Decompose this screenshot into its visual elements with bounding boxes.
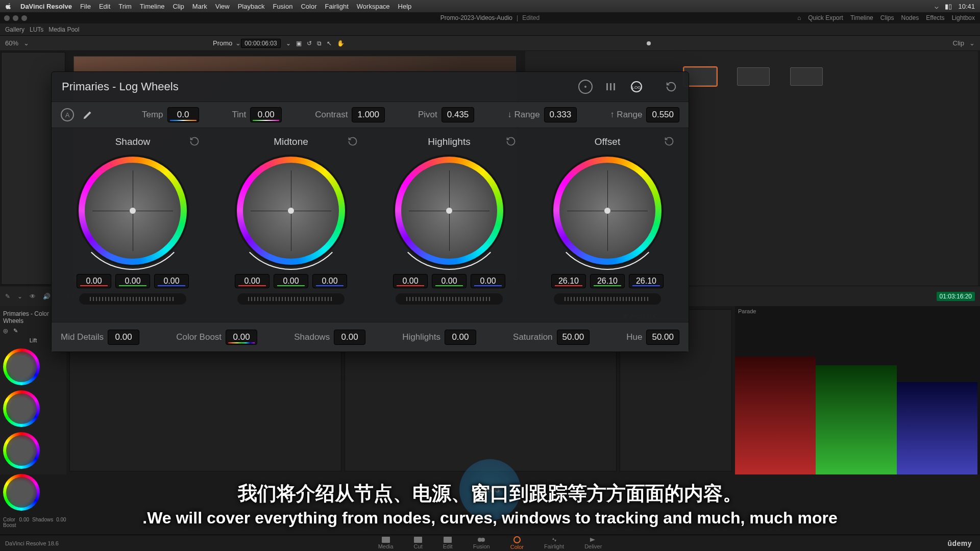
reset-midtone-icon[interactable] bbox=[348, 136, 359, 147]
primaries-log-icon[interactable]: LOG bbox=[629, 80, 644, 94]
highlights-jog[interactable] bbox=[396, 293, 503, 305]
contrast-value[interactable]: 1.000 bbox=[352, 107, 385, 122]
menu-mark[interactable]: Mark bbox=[192, 3, 207, 10]
node-thumb[interactable] bbox=[790, 67, 823, 86]
app-name[interactable]: DaVinci Resolve bbox=[20, 3, 72, 10]
tab-media[interactable]: Media bbox=[378, 537, 394, 549]
shadow-jog[interactable] bbox=[79, 293, 186, 305]
node-thumb[interactable] bbox=[737, 67, 770, 86]
menu-trim[interactable]: Trim bbox=[118, 3, 132, 10]
close-dot[interactable] bbox=[4, 15, 10, 21]
max-dot[interactable] bbox=[21, 15, 27, 21]
highlights-g[interactable]: 0.00 bbox=[432, 274, 467, 288]
mini-wheel-lift[interactable] bbox=[3, 348, 40, 385]
offset-r[interactable]: 26.10 bbox=[551, 274, 586, 288]
mini-wheel-gain[interactable] bbox=[3, 432, 40, 469]
tb-lightbox[interactable]: Lightbox bbox=[952, 14, 975, 21]
wheel-shadow[interactable] bbox=[77, 155, 189, 267]
chevron-down-icon[interactable]: ⌄ bbox=[235, 39, 241, 47]
chevron-down-icon[interactable]: ⌄ bbox=[969, 39, 975, 47]
tb-timeline[interactable]: Timeline bbox=[850, 14, 873, 21]
apple-icon[interactable] bbox=[5, 3, 12, 10]
menu-fusion[interactable]: Fusion bbox=[273, 3, 292, 10]
zoom-value[interactable]: 60% bbox=[5, 39, 18, 47]
mini-eyedropper-icon[interactable]: ✎ bbox=[13, 328, 18, 334]
unmix-icon[interactable]: ↺ bbox=[307, 40, 312, 47]
menu-workspace[interactable]: Workspace bbox=[357, 3, 390, 10]
high-range-value[interactable]: 0.550 bbox=[646, 107, 679, 122]
mini-wheel-gamma[interactable] bbox=[3, 390, 40, 427]
mediapool-btn[interactable]: Media Pool bbox=[48, 26, 79, 33]
shadows-value[interactable]: 0.00 bbox=[334, 330, 365, 345]
wifi-icon[interactable]: ⌵ bbox=[935, 3, 939, 10]
midtone-g[interactable]: 0.00 bbox=[274, 274, 308, 288]
battery-icon[interactable]: ▮▯ bbox=[945, 3, 952, 10]
tint-value[interactable]: 0.00 bbox=[250, 107, 282, 122]
reset-offset-icon[interactable] bbox=[664, 136, 675, 147]
eyedropper-icon[interactable]: ✎ bbox=[5, 293, 10, 300]
menu-file[interactable]: File bbox=[80, 3, 91, 10]
menu-timeline[interactable]: Timeline bbox=[140, 3, 165, 10]
view-icon[interactable]: 👁 bbox=[30, 293, 36, 300]
pivot-value[interactable]: 0.435 bbox=[442, 107, 475, 122]
menu-playback[interactable]: Playback bbox=[238, 3, 265, 10]
dropdown-icon[interactable]: ⌄ bbox=[286, 40, 291, 47]
min-dot[interactable] bbox=[13, 15, 18, 21]
highlights-b[interactable]: 0.00 bbox=[471, 274, 505, 288]
menu-view[interactable]: View bbox=[215, 3, 230, 10]
offset-jog[interactable] bbox=[554, 293, 661, 305]
zoom-chevron-icon[interactable]: ⌄ bbox=[23, 39, 29, 47]
gallery-btn[interactable]: Gallery bbox=[5, 26, 24, 33]
tab-cut[interactable]: Cut bbox=[414, 537, 423, 549]
offset-g[interactable]: 26.10 bbox=[590, 274, 625, 288]
panel-reset-icon[interactable] bbox=[664, 80, 678, 94]
hue-value[interactable]: 50.00 bbox=[646, 330, 679, 345]
wheel-highlights[interactable] bbox=[393, 155, 505, 267]
shadow-g[interactable]: 0.00 bbox=[115, 274, 150, 288]
tb-effects[interactable]: Effects bbox=[926, 14, 944, 21]
tab-fairlight[interactable]: Fairlight bbox=[544, 537, 564, 549]
mini-wheel-offset[interactable] bbox=[3, 474, 40, 511]
midtone-b[interactable]: 0.00 bbox=[312, 274, 347, 288]
highlights-r[interactable]: 0.00 bbox=[393, 274, 428, 288]
reset-shadow-icon[interactable] bbox=[189, 136, 201, 147]
primaries-wheels-icon[interactable] bbox=[578, 80, 593, 94]
mini-colorboost-val[interactable]: 0.00 bbox=[19, 517, 29, 528]
midtone-jog[interactable] bbox=[237, 293, 345, 305]
quick-export[interactable]: Quick Export bbox=[808, 14, 843, 21]
reset-highlights-icon[interactable] bbox=[506, 136, 517, 147]
split-icon[interactable]: ⧉ bbox=[317, 40, 322, 47]
shadow-b[interactable]: 0.00 bbox=[154, 274, 189, 288]
hand-icon[interactable]: ✋ bbox=[337, 40, 345, 47]
menu-clip[interactable]: Clip bbox=[173, 3, 184, 10]
middetails-value[interactable]: 0.00 bbox=[108, 330, 139, 345]
menu-edit[interactable]: Edit bbox=[99, 3, 110, 10]
offset-b[interactable]: 26.10 bbox=[629, 274, 664, 288]
tab-edit[interactable]: Edit bbox=[443, 537, 453, 549]
tb-clips[interactable]: Clips bbox=[880, 14, 894, 21]
auto-balance-icon[interactable]: A bbox=[61, 108, 74, 121]
tb-nodes[interactable]: Nodes bbox=[901, 14, 919, 21]
primaries-bars-icon[interactable] bbox=[604, 80, 618, 94]
wheel-offset[interactable] bbox=[551, 155, 664, 267]
tab-fusion[interactable]: Fusion bbox=[473, 537, 490, 549]
chevron-down-icon[interactable]: ⌄ bbox=[17, 293, 22, 300]
low-range-value[interactable]: 0.333 bbox=[544, 107, 577, 122]
luts-btn[interactable]: LUTs bbox=[30, 26, 43, 33]
saturation-value[interactable]: 50.00 bbox=[557, 330, 590, 345]
shadow-r[interactable]: 0.00 bbox=[77, 274, 111, 288]
node-graph[interactable] bbox=[684, 56, 949, 97]
keyframe-marker[interactable] bbox=[647, 41, 651, 45]
highlights-value[interactable]: 0.00 bbox=[445, 330, 476, 345]
colorboost-value[interactable]: 0.00 bbox=[226, 330, 257, 345]
speaker-icon[interactable]: 🔊 bbox=[43, 293, 51, 300]
pick-white-icon[interactable] bbox=[82, 109, 93, 120]
cursor-icon[interactable]: ↖ bbox=[327, 40, 332, 47]
menu-help[interactable]: Help bbox=[398, 3, 412, 10]
mini-shadows-val[interactable]: 0.00 bbox=[56, 517, 66, 528]
clip-label[interactable]: Clip bbox=[953, 39, 964, 47]
timeline-name[interactable]: Promo bbox=[213, 39, 232, 47]
highlight-icon[interactable]: ▣ bbox=[296, 40, 302, 47]
tab-deliver[interactable]: Deliver bbox=[584, 537, 602, 549]
tab-color[interactable]: Color bbox=[510, 536, 524, 550]
